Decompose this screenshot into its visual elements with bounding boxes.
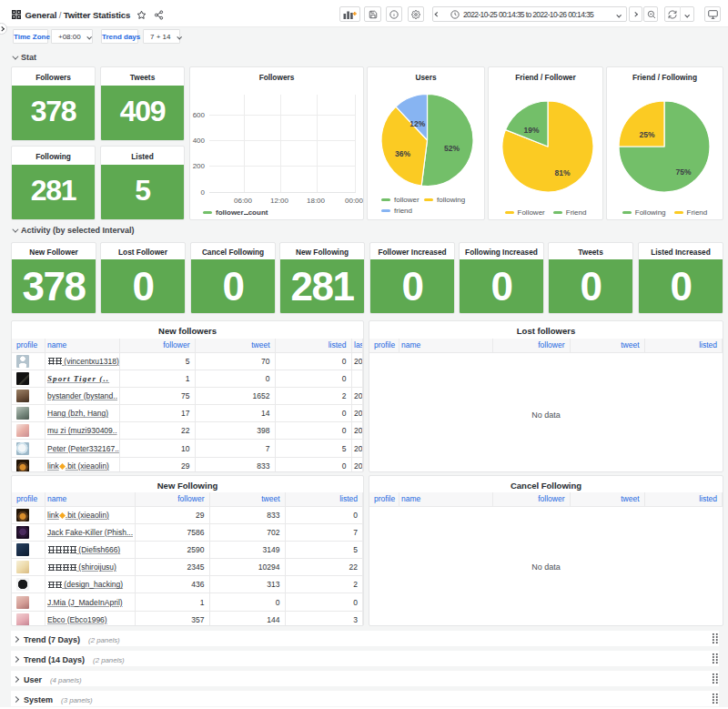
svg-text:81%: 81% bbox=[554, 168, 570, 177]
svg-text:36%: 36% bbox=[395, 149, 410, 158]
svg-text:19%: 19% bbox=[523, 126, 539, 135]
svg-text:52%: 52% bbox=[444, 144, 460, 153]
svg-text:75%: 75% bbox=[675, 167, 691, 177]
svg-text:12%: 12% bbox=[410, 119, 425, 128]
svg-text:25%: 25% bbox=[639, 130, 654, 139]
